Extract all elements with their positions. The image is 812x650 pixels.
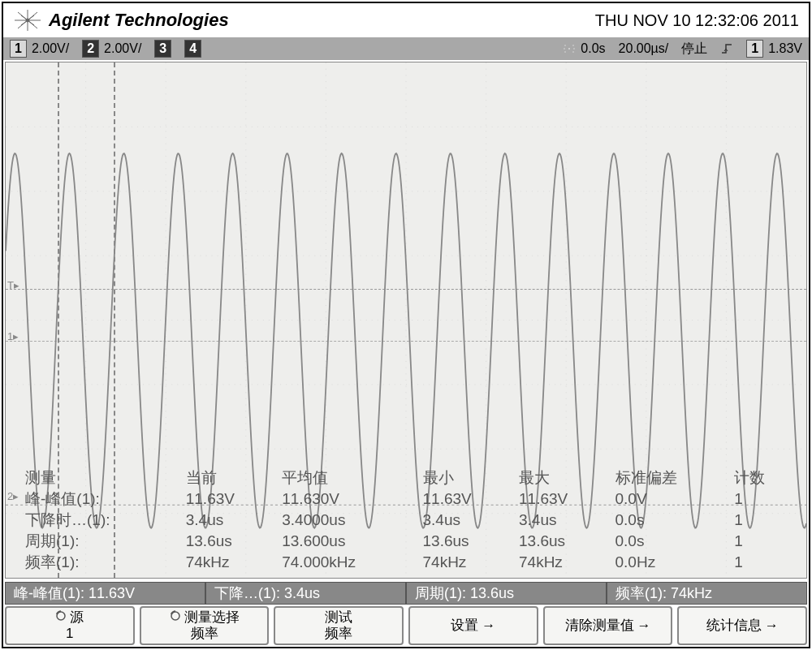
waveform-display[interactable]: T▸ 1▸ 2▸ 测量 当前 平均值 最小 最大 标准偏差 计数 峰-峰值(1)… — [5, 62, 807, 579]
softkey-source[interactable]: 源 1 — [5, 606, 135, 645]
brand-text: Agilent Technologies — [49, 10, 229, 31]
time-position: 0.0s — [581, 41, 605, 56]
channel-4-badge: 4 — [184, 40, 201, 58]
mh-count: 计数 — [734, 467, 798, 489]
channel-1-vdiv: 2.00V/ — [32, 41, 69, 56]
meas-row: 频率(1):74kHz74.000kHz 74kHz74kHz0.0Hz1 — [25, 552, 798, 573]
time-division: 20.00µs/ — [619, 41, 669, 56]
status-topbar: 1 2.00V/ 2 2.00V/ 3 4 0.0s 20.00µs/ 停 — [3, 37, 809, 60]
summary-period: 周期(1): 13.6us — [407, 582, 607, 605]
channel-2-badge: 2 — [82, 40, 99, 58]
measurement-summary-bar: 峰-峰值(1): 11.63V 下降…(1): 3.4us 周期(1): 13.… — [5, 582, 807, 605]
svg-point-14 — [565, 45, 567, 46]
softkey-settings-label: 设置 — [451, 618, 478, 634]
svg-point-13 — [568, 48, 570, 50]
channel-3-block[interactable]: 3 — [148, 40, 178, 58]
softkey-source-value: 1 — [66, 626, 73, 642]
softkey-test[interactable]: 测试 频率 — [274, 606, 404, 645]
ch2-ground-marker: 2▸ — [7, 490, 19, 502]
svg-point-37 — [57, 612, 65, 620]
softkey-meas-select-label: 测量选择 — [184, 609, 240, 626]
arrow-right-icon: → — [482, 618, 495, 634]
channel-4-block[interactable]: 4 — [178, 40, 208, 58]
mh-std: 标准偏差 — [615, 467, 735, 489]
softkey-stats[interactable]: 统计信息 → — [677, 606, 807, 645]
svg-point-17 — [573, 51, 575, 53]
ch1-ground-marker: 1▸ — [7, 330, 19, 342]
svg-point-39 — [171, 612, 179, 620]
softkey-meas-select-value: 频率 — [191, 626, 218, 642]
rising-edge-icon — [720, 41, 733, 56]
knob-icon — [55, 609, 67, 626]
channel-1-badge: 1 — [10, 40, 27, 58]
mh-max: 最大 — [519, 467, 615, 489]
run-state-label: 停止 — [681, 41, 707, 58]
softkey-meas-select[interactable]: 测量选择 频率 — [140, 606, 270, 645]
arrow-right-icon: → — [765, 618, 779, 634]
measurement-table: 测量 当前 平均值 最小 最大 标准偏差 计数 峰-峰值(1):11.63V11… — [25, 467, 798, 573]
run-state-block[interactable]: 停止 — [675, 41, 714, 58]
meas-row: 周期(1):13.6us13.600us 13.6us13.6us0.0s1 — [25, 531, 798, 552]
svg-point-15 — [573, 45, 575, 46]
svg-point-19 — [574, 48, 576, 50]
timestamp: THU NOV 10 12:32:06 2011 — [595, 11, 799, 30]
trigger-source-block[interactable]: 1 1.83V — [740, 40, 809, 58]
trigger-channel-badge: 1 — [746, 40, 763, 58]
time-div-block[interactable]: 20.00µs/ — [612, 41, 676, 56]
meas-row: 峰-峰值(1):11.63V11.630V 11.63V11.63V0.0V1 — [25, 489, 798, 510]
trigger-star-icon — [563, 43, 576, 54]
softkey-source-label: 源 — [70, 609, 84, 626]
brand-logo: Agilent Technologies — [13, 9, 229, 32]
trigger-edge-block[interactable] — [714, 41, 740, 56]
arrow-right-icon: → — [637, 618, 651, 634]
softkey-row: 源 1 测量选择 频率 测试 频率 设置 → 清除测量值 → 统计信息 → — [5, 606, 807, 645]
softkey-test-value: 频率 — [325, 626, 352, 642]
softkey-test-label: 测试 — [325, 609, 352, 626]
mh-mean: 平均值 — [282, 467, 422, 489]
knob-icon — [170, 609, 181, 626]
header: Agilent Technologies THU NOV 10 12:32:06… — [3, 3, 809, 37]
channel-2-block[interactable]: 2 2.00V/ — [76, 40, 148, 58]
summary-vpp: 峰-峰值(1): 11.63V — [6, 582, 206, 605]
svg-line-12 — [28, 20, 34, 25]
meas-row: 下降时…(1):3.4us3.4000us 3.4us3.4us0.0s1 — [25, 510, 798, 531]
softkey-stats-label: 统计信息 — [706, 618, 762, 634]
svg-line-11 — [21, 20, 28, 25]
mh-current: 当前 — [186, 467, 283, 489]
svg-line-10 — [28, 15, 34, 20]
channel-2-vdiv: 2.00V/ — [104, 41, 141, 56]
spark-icon — [13, 9, 42, 32]
softkey-clear-label: 清除测量值 — [565, 618, 634, 634]
svg-point-16 — [565, 51, 567, 53]
trigger-ref-marker: T▸ — [7, 279, 19, 291]
svg-line-9 — [21, 15, 28, 20]
softkey-settings[interactable]: 设置 → — [408, 606, 538, 645]
svg-point-18 — [564, 48, 566, 50]
mh-min: 最小 — [423, 467, 520, 489]
channel-1-block[interactable]: 1 2.00V/ — [3, 40, 76, 58]
trigger-level: 1.83V — [768, 41, 802, 56]
summary-fall: 下降…(1): 3.4us — [206, 582, 407, 605]
softkey-clear[interactable]: 清除测量值 → — [543, 606, 673, 645]
time-pos-block[interactable]: 0.0s — [556, 41, 611, 56]
summary-freq: 频率(1): 74kHz — [607, 582, 806, 605]
channel-3-badge: 3 — [154, 40, 171, 58]
mh-name: 测量 — [25, 467, 186, 489]
